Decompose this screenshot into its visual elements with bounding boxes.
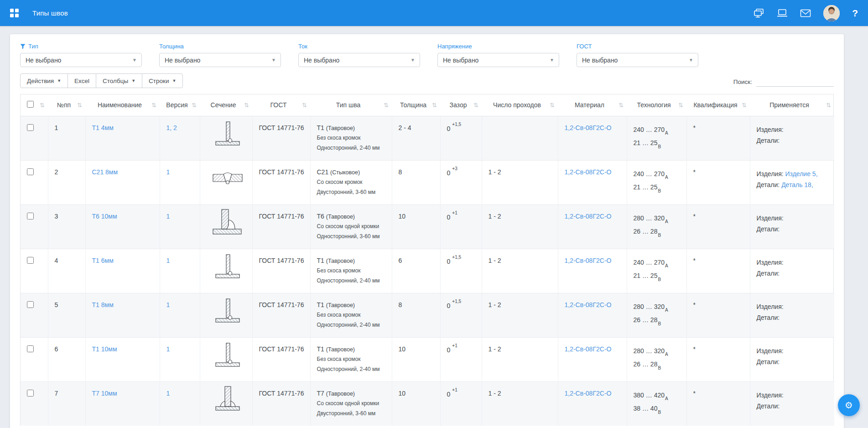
column-select-all[interactable]: ⇅ [21,94,48,116]
seam-name-link[interactable]: С21 8мм [92,168,118,176]
version-link[interactable]: 1 [166,390,170,397]
weld-kind: (Тавровое) [326,346,355,353]
weld-sides: Односторонний, 2-40 мм [317,145,388,151]
weld-code: Т1 [317,345,324,353]
version-link[interactable]: 1, 2 [166,124,177,131]
column-name[interactable]: Наименование⇅ [85,94,160,116]
column-gap[interactable]: Зазор⇅ [440,94,482,116]
sort-icon[interactable]: ⇅ [40,102,45,109]
sort-icon[interactable]: ⇅ [550,102,555,109]
displays-icon[interactable] [754,8,764,18]
filter-voltage-select[interactable]: Не выбрано▼ [437,53,559,67]
row-checkbox[interactable] [27,301,34,308]
material-link[interactable]: 1,2-Св-08Г2С-О [565,213,612,220]
products-label: Изделия: [757,303,784,310]
rows-button[interactable]: Строки▼ [142,73,183,88]
filter-type-select[interactable]: Не выбрано▼ [20,53,142,67]
column-gost[interactable]: ГОСТ⇅ [252,94,310,116]
version-link[interactable]: 1 [166,345,170,353]
product-link[interactable]: Изделие 5, [785,170,818,177]
seam-name-link[interactable]: Т1 4мм [92,124,114,131]
mail-icon[interactable] [800,8,811,18]
passes-value: 1 - 2 [482,381,558,426]
thickness-value: 10 [392,381,440,426]
version-link[interactable]: 1 [166,257,170,264]
sort-icon[interactable]: ⇅ [302,102,307,109]
gost-value: ГОСТ 14771-76 [252,204,310,249]
filter-current-select[interactable]: Не выбрано▼ [298,53,420,67]
sort-icon[interactable]: ⇅ [678,102,683,109]
help-icon[interactable]: ? [852,8,858,18]
row-checkbox[interactable] [27,213,34,219]
weld-code: Т7 [317,390,324,397]
column-material[interactable]: Материал⇅ [558,94,627,116]
current-range: 240 … 270 [634,170,665,177]
settings-fab-button[interactable]: ⚙ [838,394,860,416]
material-link[interactable]: 1,2-Св-08Г2С-О [565,257,612,264]
row-checkbox[interactable] [27,168,34,175]
material-link[interactable]: 1,2-Св-08Г2С-О [565,390,612,397]
user-avatar[interactable] [823,5,840,21]
weld-sides: Односторонний, 2-40 мм [317,322,388,328]
table-header-row: ⇅ №пп⇅ Наименование⇅ Версия⇅ Сечение⇅ ГО… [21,94,834,116]
weld-edges: Без скоса кромок [317,356,388,362]
seam-name-link[interactable]: Т7 10мм [92,390,117,397]
sort-icon[interactable]: ⇅ [244,102,249,109]
column-technology[interactable]: Технология⇅ [627,94,686,116]
column-qualification[interactable]: Квалификация⇅ [686,94,750,116]
apps-grid-icon[interactable] [10,9,19,17]
row-checkbox[interactable] [27,390,34,397]
column-weld-type[interactable]: Тип шва⇅ [310,94,392,116]
row-checkbox[interactable] [27,257,34,264]
sort-icon[interactable]: ⇅ [151,102,156,109]
row-checkbox[interactable] [27,345,34,352]
sort-icon[interactable]: ⇅ [384,102,389,109]
qualification-value: * [686,249,750,293]
sort-icon[interactable]: ⇅ [826,102,831,109]
sort-icon[interactable]: ⇅ [192,102,197,109]
sort-icon[interactable]: ⇅ [473,102,478,109]
gap-value: 0 [447,169,451,176]
row-checkbox[interactable] [27,124,34,131]
filter-thickness-select[interactable]: Не выбрано▼ [159,53,281,67]
material-link[interactable]: 1,2-Св-08Г2С-О [565,345,612,353]
column-thickness[interactable]: Толщина⇅ [392,94,440,116]
current-unit: А [665,352,668,357]
seam-name-link[interactable]: Т6 10мм [92,213,117,220]
version-link[interactable]: 1 [166,213,170,220]
column-version[interactable]: Версия⇅ [160,94,200,116]
excel-button[interactable]: Excel [68,73,96,88]
seam-name-link[interactable]: Т1 8мм [92,301,114,308]
sort-icon[interactable]: ⇅ [619,102,624,109]
actions-button[interactable]: Действия▼ [20,73,68,88]
filter-gost-select[interactable]: Не выбрано▼ [577,53,698,67]
sort-icon[interactable]: ⇅ [432,102,437,109]
column-num[interactable]: №пп⇅ [48,94,85,116]
version-link[interactable]: 1 [166,301,170,308]
chevron-down-icon: ▼ [132,57,137,63]
sort-icon[interactable]: ⇅ [77,102,82,109]
column-section[interactable]: Сечение⇅ [200,94,252,116]
toolbar: Действия▼ Excel Столбцы▼ Строки▼ Поиск: [20,73,834,88]
thickness-value: 8 [392,293,440,337]
seam-name-link[interactable]: Т1 6мм [92,257,114,264]
voltage-unit: В [658,277,661,282]
voltage-unit: В [658,188,661,193]
column-applies[interactable]: Применяется⇅ [750,94,834,116]
table-body: 1 Т1 4мм 1, 2 ГОСТ 14771-76 Т1 (Тавровое… [21,116,834,426]
material-link[interactable]: 1,2-Св-08Г2С-О [565,301,612,308]
version-link[interactable]: 1 [166,168,170,176]
select-all-checkbox[interactable] [27,101,34,108]
seam-name-link[interactable]: Т1 10мм [92,345,117,353]
columns-button[interactable]: Столбцы▼ [96,73,142,88]
detail-link[interactable]: Деталь 18, [781,181,813,188]
details-label: Детали: [757,358,780,365]
material-link[interactable]: 1,2-Св-08Г2С-О [565,124,612,131]
laptop-icon[interactable] [777,8,788,18]
column-passes[interactable]: Число проходов⇅ [482,94,558,116]
products-label: Изделия: [757,347,784,355]
sort-icon[interactable]: ⇅ [742,102,747,109]
voltage-range: 26 … 28 [634,316,658,324]
search-input[interactable] [756,77,834,87]
material-link[interactable]: 1,2-Св-08Г2С-О [565,168,612,176]
